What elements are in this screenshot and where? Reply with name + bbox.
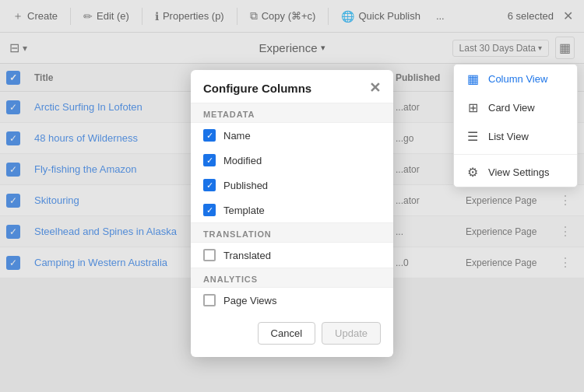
modal-title: Configure Columns — [203, 82, 311, 95]
modified-checkbox[interactable] — [203, 154, 216, 166]
modal-item-modified[interactable]: Modified — [191, 148, 393, 173]
modal-header: Configure Columns ✕ — [191, 70, 393, 103]
modal-item-template[interactable]: Template — [191, 198, 393, 222]
name-checkbox[interactable] — [203, 129, 216, 142]
update-button[interactable]: Update — [322, 322, 381, 345]
list-view-icon: ☰ — [465, 129, 480, 144]
modal-item-name[interactable]: Name — [191, 123, 393, 148]
dropdown-item-list-view[interactable]: ☰ List View — [454, 122, 577, 151]
dropdown-divider — [454, 154, 577, 155]
modal-item-pageviews[interactable]: Page Views — [191, 288, 393, 313]
metadata-section-label: METADATA — [191, 103, 393, 123]
configure-columns-modal: Configure Columns ✕ METADATA Name Modifi… — [191, 70, 393, 357]
card-view-icon: ⊞ — [465, 100, 480, 115]
template-checkbox[interactable] — [203, 204, 216, 216]
modal-item-published[interactable]: Published — [191, 173, 393, 198]
published-checkbox[interactable] — [203, 179, 216, 191]
modal-footer: Cancel Update — [191, 313, 393, 345]
view-dropdown-menu: ▦ Column View ⊞ Card View ☰ List View ⚙ … — [453, 64, 578, 187]
settings-icon: ⚙ — [465, 165, 480, 180]
translated-checkbox[interactable] — [203, 249, 216, 261]
pageviews-checkbox[interactable] — [203, 294, 216, 306]
dropdown-item-card-view[interactable]: ⊞ Card View — [454, 93, 577, 122]
modal-close-button[interactable]: ✕ — [369, 81, 381, 95]
analytics-section-label: ANALYTICS — [191, 268, 393, 288]
dropdown-item-column-view[interactable]: ▦ Column View — [454, 65, 577, 93]
dropdown-item-view-settings[interactable]: ⚙ View Settings — [454, 158, 577, 187]
modal-item-translated[interactable]: Translated — [191, 243, 393, 268]
column-view-icon: ▦ — [465, 72, 480, 86]
cancel-button[interactable]: Cancel — [258, 322, 315, 345]
translation-section-label: TRANSLATION — [191, 222, 393, 243]
